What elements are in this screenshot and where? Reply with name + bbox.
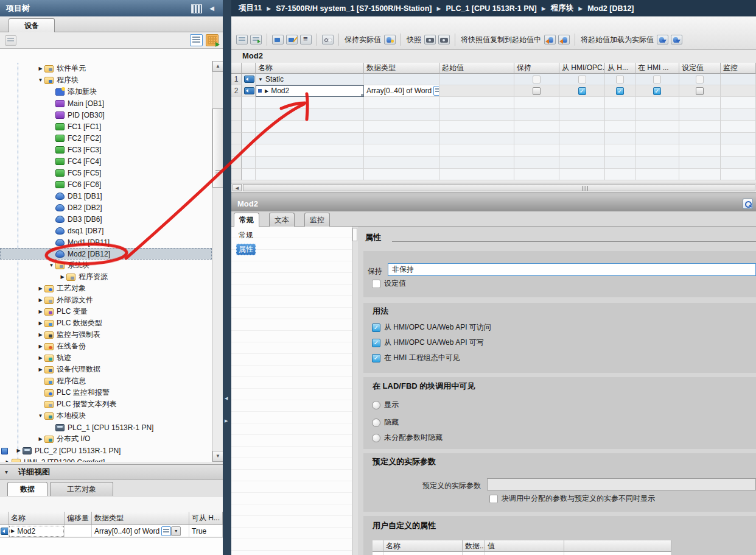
tree-item[interactable]: PID [OB30] xyxy=(0,109,212,121)
tree-item[interactable]: DB2 [DB2] xyxy=(0,202,212,213)
snapshot-down-icon[interactable] xyxy=(438,35,450,44)
datatype-browse-icon[interactable] xyxy=(161,526,171,536)
breadcrumb-segment[interactable]: Mod2 [DB12] xyxy=(587,4,634,13)
expander-icon[interactable]: ▶ xyxy=(58,274,66,280)
breadcrumb-segment[interactable]: PLC_1 [CPU 1513R-1 PN] xyxy=(446,4,536,13)
tree-item[interactable]: ▶工艺对象 xyxy=(0,283,212,294)
expander-icon[interactable]: ▼ xyxy=(258,77,263,82)
name-cell[interactable]: ▶Mod2 xyxy=(9,525,65,537)
expander-icon[interactable]: ▶ xyxy=(37,66,44,71)
editor-hscrollbar[interactable]: ◀ xyxy=(231,183,756,193)
add-row-icon[interactable] xyxy=(250,35,262,44)
keep-block-icon[interactable] xyxy=(272,35,284,44)
name-cell[interactable]: ▼Static xyxy=(256,74,364,85)
tree-item[interactable]: ▶监控与强制表 xyxy=(0,329,212,341)
tree-item[interactable]: ▶PLC 数据类型 xyxy=(0,317,212,329)
expander-icon[interactable]: ▼ xyxy=(37,77,44,83)
expander-icon[interactable]: ▼ xyxy=(37,413,44,419)
cell-resize-handle[interactable] xyxy=(361,94,363,96)
columns-icon[interactable] xyxy=(191,4,202,13)
expander-icon[interactable]: ▶ xyxy=(37,355,44,361)
scroll-down-icon[interactable]: ▼ xyxy=(212,451,223,462)
inhmi-checkbox[interactable]: ✓ xyxy=(653,87,661,95)
copy-snap-icon[interactable] xyxy=(544,35,556,44)
hscrollbar-thumb[interactable] xyxy=(243,184,755,191)
tab-general[interactable]: 常规 xyxy=(234,213,259,227)
expander-icon[interactable]: ▶ xyxy=(15,448,23,453)
tree-item[interactable]: dsq1 [DB7] xyxy=(0,225,212,236)
tree-item[interactable]: DB3 [DB6] xyxy=(0,213,212,225)
expander-icon[interactable]: ▶ xyxy=(4,459,12,462)
nav-item-general[interactable]: 常规 xyxy=(236,230,256,241)
tree-item[interactable]: PLC 监控和报警 xyxy=(0,387,212,398)
expander-icon[interactable]: ▶ xyxy=(37,367,44,372)
nav-scrollbar-thumb[interactable] xyxy=(352,228,357,241)
start-value-cell[interactable] xyxy=(439,85,514,97)
datatype-cell[interactable]: Array[0..40] of Word▼ xyxy=(92,525,189,537)
expander-icon[interactable]: ▶ xyxy=(11,528,15,534)
expander-icon[interactable]: ▶ xyxy=(265,88,268,94)
usage-checkbox[interactable]: ✓ xyxy=(372,354,380,362)
visibility-radio[interactable] xyxy=(372,419,380,427)
toolbar-button-label[interactable]: 快照 xyxy=(407,35,421,45)
start-value-cell[interactable] xyxy=(439,74,514,85)
tree-item[interactable]: ▼本地模块 xyxy=(0,410,212,422)
breadcrumb-segment[interactable]: 项目11 xyxy=(239,3,262,13)
setpoint-checkbox[interactable] xyxy=(372,280,380,288)
tree-item[interactable]: ▶在线备份 xyxy=(0,341,212,352)
chevron-down-icon[interactable]: ▾ xyxy=(5,465,8,479)
row-list-icon[interactable] xyxy=(300,35,312,44)
nav-item-attributes[interactable]: 属性 xyxy=(236,244,256,255)
toolbar-button-label[interactable]: 将起始值加载为实际值 xyxy=(581,35,654,45)
scroll-left-icon[interactable]: ◀ xyxy=(233,184,242,191)
tree-item[interactable]: ▼系统块 xyxy=(0,260,212,271)
tree-item[interactable]: ▶分布式 I/O xyxy=(0,433,212,445)
tree-item[interactable]: FC2 [FC2] xyxy=(0,132,212,144)
usage-checkbox[interactable]: ✓ xyxy=(372,323,380,332)
predefined-field[interactable] xyxy=(487,478,756,490)
toolbar-button-label[interactable]: 保持实际值 xyxy=(345,35,381,45)
expander-icon[interactable]: ▶ xyxy=(37,332,44,338)
tree-item[interactable]: ▶PLC_2 [CPU 1513R-1 PN] xyxy=(0,445,212,456)
tree-item[interactable]: Mod2 [DB12] xyxy=(0,248,212,260)
expander-icon[interactable]: ▶ xyxy=(37,436,44,442)
tree-scrollbar[interactable]: ▲ ▼ xyxy=(212,61,223,462)
datatype-cell[interactable]: Array[0..40] of Word▼ xyxy=(364,85,439,97)
tree-item[interactable]: PLC 报警文本列表 xyxy=(0,398,212,410)
db-lock-icon[interactable] xyxy=(384,35,396,44)
tree-item[interactable]: PLC_1 [CPU 1513R-1 PN] xyxy=(0,422,212,433)
toolbar-button-label[interactable]: 将快照值复制到起始值中 xyxy=(461,35,541,45)
tree-item[interactable]: 程序信息 xyxy=(0,375,212,387)
tree-item[interactable]: ▶设备代理数据 xyxy=(0,364,212,375)
load-start-all-icon[interactable] xyxy=(671,35,682,44)
copy-snap-all-icon[interactable] xyxy=(558,35,570,44)
visibility-radio[interactable] xyxy=(372,434,380,442)
setp-checkbox[interactable] xyxy=(696,87,704,95)
tree-item[interactable]: ▼程序块 xyxy=(0,74,212,86)
tree-item[interactable]: FC5 [FC5] xyxy=(0,167,212,179)
usage-checkbox[interactable]: ✓ xyxy=(372,339,380,347)
tree-item[interactable]: FC6 [FC6] xyxy=(0,179,212,190)
fromh-checkbox[interactable]: ✓ xyxy=(616,87,624,95)
insert-row-icon[interactable] xyxy=(236,35,248,44)
breadcrumb-segment[interactable]: 程序块 xyxy=(551,3,574,13)
tree-item[interactable]: FC1 [FC1] xyxy=(0,121,212,132)
retain-checkbox[interactable] xyxy=(533,87,541,95)
tree-item[interactable]: ▶程序资源 xyxy=(0,271,212,283)
snapshot-up-icon[interactable] xyxy=(424,35,436,44)
panel-splitter[interactable]: ◀ ▶ xyxy=(223,0,231,555)
visibility-radio[interactable] xyxy=(372,401,380,409)
scroll-up-icon[interactable]: ▲ xyxy=(212,61,223,72)
expander-icon[interactable]: ▶ xyxy=(37,320,44,326)
tree-item[interactable]: FC4 [FC4] xyxy=(0,155,212,167)
load-start-icon[interactable] xyxy=(657,35,668,44)
tab-data[interactable]: 数据 xyxy=(7,482,47,496)
datatype-dropdown-icon[interactable]: ▼ xyxy=(171,526,181,536)
tree-item[interactable]: ▶PLC 变量 xyxy=(0,306,212,317)
expander-icon[interactable]: ▶ xyxy=(37,309,44,314)
expander-icon[interactable]: ▶ xyxy=(37,286,44,291)
collapse-left-icon[interactable]: ◀ xyxy=(207,4,217,12)
tree-item[interactable]: Main [OB1] xyxy=(0,97,212,109)
filter-icon[interactable] xyxy=(5,35,16,46)
splitter-expand-icon[interactable]: ▶ xyxy=(225,419,228,423)
